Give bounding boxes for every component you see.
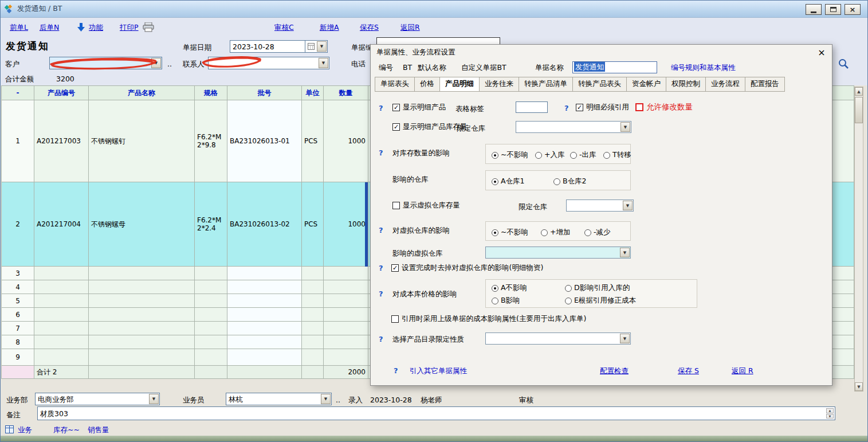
cell[interactable] (195, 322, 227, 335)
cell[interactable] (227, 294, 302, 308)
column-header[interactable]: 批号 (227, 86, 302, 100)
help-icon[interactable]: ? (379, 290, 383, 298)
cell-batch[interactable]: BA231026013-02 (227, 182, 302, 267)
salesman-browse-dots[interactable]: .. (336, 396, 340, 404)
radio-virtual-subtract[interactable]: -减少 (584, 228, 611, 237)
scroll-up-button[interactable]: ▲ (855, 87, 863, 96)
cell[interactable] (302, 335, 324, 349)
column-header[interactable]: 数量 (324, 86, 368, 100)
function-button[interactable]: 功能 (89, 23, 103, 33)
cell[interactable] (324, 322, 368, 335)
show-detail-checkbox[interactable]: ✓ 显示明细产品 (392, 103, 446, 112)
radio-stock-in[interactable]: +入库 (535, 150, 564, 160)
cell-unit[interactable]: PCS (302, 182, 324, 267)
cell-spec[interactable]: F6.2*M2*2.4 (195, 182, 227, 267)
cell[interactable] (34, 280, 89, 294)
cell[interactable] (195, 267, 227, 280)
cell-qty[interactable]: 1000 (324, 100, 368, 182)
spinner-up-icon[interactable]: ▲ (826, 408, 834, 413)
show-virtual-stock-checkbox[interactable]: 显示虚拟仓库存量 (392, 201, 460, 210)
cell[interactable] (324, 280, 368, 294)
cell-row-no[interactable]: 9 (2, 349, 34, 366)
radio-virtual-no-effect[interactable]: ~不影响 (492, 228, 528, 237)
chevron-down-icon[interactable]: ▼ (623, 201, 633, 210)
column-header[interactable]: 单位 (302, 86, 324, 100)
bottom-tab-sales[interactable]: 销售量 (88, 425, 109, 435)
radio-virtual-add[interactable]: +增加 (541, 228, 570, 237)
save-button[interactable]: 保存S (360, 23, 379, 33)
inherit-cost-checkbox[interactable]: 引用时采用上级单据的成本影响属性(主要用于出库入库单) (391, 314, 586, 324)
config-check-link[interactable]: 配置检查 (600, 366, 629, 376)
cell[interactable] (227, 280, 302, 294)
cell[interactable] (227, 267, 302, 280)
cell[interactable] (227, 335, 302, 349)
cell[interactable] (89, 294, 195, 308)
dialog-save-button[interactable]: 保存 S (678, 366, 699, 376)
return-button[interactable]: 返回R (400, 23, 420, 33)
cell[interactable] (195, 349, 227, 366)
limit-warehouse-combobox[interactable]: ▼ (516, 121, 631, 133)
cell[interactable] (302, 349, 324, 366)
dialog-close-button[interactable]: × (816, 46, 827, 58)
cell-row-no[interactable]: 2 (2, 182, 34, 267)
cell[interactable] (89, 280, 195, 294)
help-icon[interactable]: ? (564, 104, 569, 112)
help-icon[interactable]: ? (379, 264, 383, 272)
cell[interactable] (302, 267, 324, 280)
import-attributes-link[interactable]: 引入其它单据属性 (410, 366, 467, 376)
cell-row-no[interactable]: 6 (2, 308, 34, 322)
cell[interactable] (34, 294, 89, 308)
printer-icon[interactable] (143, 22, 154, 32)
radio-cost-ref-in[interactable]: D影响引用入库的 (565, 283, 630, 293)
cell-row-no[interactable]: 5 (2, 294, 34, 308)
chevron-down-icon[interactable]: ▼ (620, 122, 630, 132)
cell[interactable] (34, 322, 89, 335)
cell[interactable] (195, 335, 227, 349)
column-header[interactable]: - (2, 86, 34, 100)
cell-row-no[interactable]: 8 (2, 335, 34, 349)
virtual-warehouse-combobox[interactable]: ▼ (485, 247, 631, 259)
new-button[interactable]: 新增A (320, 23, 339, 33)
cell[interactable] (324, 308, 368, 322)
cell[interactable] (302, 322, 324, 335)
date-input[interactable] (230, 40, 305, 53)
cell-name[interactable]: 不锈钢螺母 (89, 182, 195, 267)
help-icon[interactable]: ? (379, 104, 383, 112)
help-icon[interactable]: ? (379, 335, 383, 343)
cell-row-no[interactable]: 3 (2, 267, 34, 280)
cell[interactable] (324, 267, 368, 280)
catalog-limit-combobox[interactable]: ▼ (485, 333, 631, 345)
cell[interactable] (324, 294, 368, 308)
scroll-down-button[interactable]: ▼ (855, 382, 863, 391)
cell[interactable] (302, 294, 324, 308)
search-icon[interactable] (838, 58, 849, 69)
audit-button[interactable]: 审核C (274, 23, 294, 33)
radio-cost-no-effect[interactable]: A不影响 (492, 283, 527, 293)
date-picker-button[interactable]: ▼ (305, 40, 328, 53)
radio-warehouse-2[interactable]: B仓库2 (553, 177, 587, 186)
cell-row-no[interactable]: 7 (2, 322, 34, 335)
dept-combobox[interactable]: 电商业务部 ▼ (35, 393, 160, 405)
cell[interactable] (302, 280, 324, 294)
cell[interactable] (34, 349, 89, 366)
close-button[interactable]: × (845, 4, 861, 15)
radio-no-effect[interactable]: ~不影响 (492, 150, 528, 160)
cell[interactable] (227, 349, 302, 366)
cell-code[interactable]: A201217003 (34, 100, 89, 182)
next-doc-button[interactable]: 后单N (40, 23, 59, 33)
help-icon[interactable]: ? (394, 366, 398, 375)
cell[interactable] (195, 280, 227, 294)
radio-warehouse-1[interactable]: A仓库1 (492, 177, 525, 186)
cell[interactable] (195, 308, 227, 322)
table-tag-input[interactable] (516, 101, 548, 113)
cell[interactable] (89, 322, 195, 335)
cell[interactable] (227, 322, 302, 335)
remove-virtual-effect-checkbox[interactable]: ✓ 设置完成时去掉对虚拟仓库的影响(明细物资) (391, 263, 543, 273)
column-header[interactable]: 产品名称 (89, 86, 195, 100)
print-button[interactable]: 打印P (120, 23, 139, 33)
help-icon[interactable]: ? (379, 226, 383, 234)
chevron-down-icon[interactable]: ▼ (317, 41, 327, 52)
spinner-down-icon[interactable]: ▼ (826, 414, 834, 419)
cell[interactable] (89, 349, 195, 366)
help-icon[interactable]: ? (379, 148, 383, 157)
